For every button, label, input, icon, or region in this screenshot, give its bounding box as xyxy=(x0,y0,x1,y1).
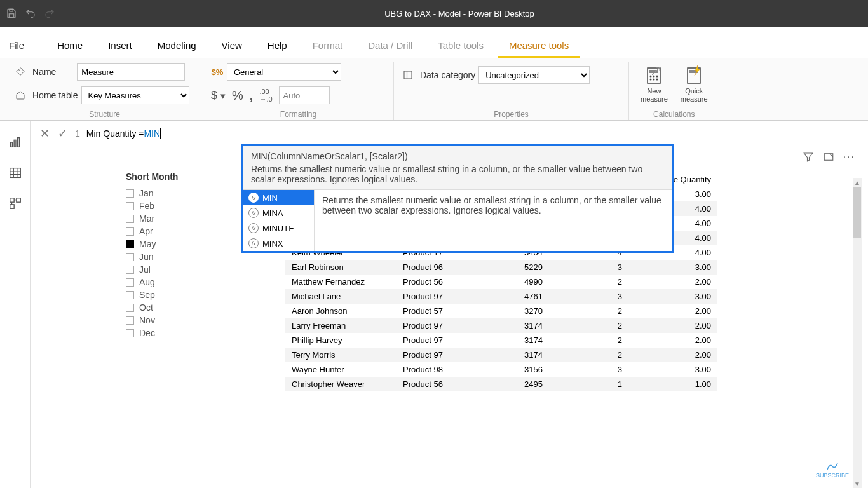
table-row[interactable]: Larry FreemanProduct 97317422.00 xyxy=(285,318,717,333)
table-row[interactable]: Christopher WeaverProduct 56249511.00 xyxy=(285,377,717,391)
scroll-thumb[interactable] xyxy=(853,187,861,238)
table-row[interactable]: Matthew FernandezProduct 56499022.00 xyxy=(285,274,717,289)
cancel-formula-button[interactable]: ✕ xyxy=(36,125,53,142)
redo-icon[interactable] xyxy=(43,7,56,20)
svg-rect-1 xyxy=(9,14,14,17)
svg-rect-18 xyxy=(10,198,13,202)
table-cell: 2.00 xyxy=(628,333,717,348)
table-row[interactable]: Aaron JohnsonProduct 57327022.00 xyxy=(285,304,717,318)
table-cell: 3156 xyxy=(485,362,549,377)
slicer-item-nov[interactable]: Nov xyxy=(126,314,221,327)
intellisense-item-minute[interactable]: fxMINUTE xyxy=(243,220,314,236)
checkbox-icon xyxy=(126,189,134,198)
intellisense-item-min[interactable]: fxMIN xyxy=(243,190,314,205)
table-cell: 2495 xyxy=(485,377,549,391)
menu-data-drill[interactable]: Data / Drill xyxy=(356,35,424,58)
home-table-label: Home table xyxy=(32,90,78,100)
slicer-item-apr[interactable]: Apr xyxy=(126,225,221,238)
scroll-down-arrow[interactable]: ▼ xyxy=(853,479,862,488)
table-row[interactable]: Phillip HarveyProduct 97317422.00 xyxy=(285,333,717,348)
intellisense-description: Returns the smallest numeric value or sm… xyxy=(315,190,672,251)
home-icon xyxy=(14,89,27,102)
scroll-up-arrow[interactable]: ▲ xyxy=(853,178,862,187)
data-category-select[interactable]: Uncategorized xyxy=(478,66,590,84)
slicer-item-aug[interactable]: Aug xyxy=(126,276,221,288)
svg-rect-16 xyxy=(17,138,19,147)
category-icon xyxy=(402,69,414,81)
slicer-item-mar[interactable]: Mar xyxy=(126,212,221,225)
slicer-item-feb[interactable]: Feb xyxy=(126,200,221,212)
model-view-tab[interactable] xyxy=(0,188,30,219)
slicer-item-jul[interactable]: Jul xyxy=(126,263,221,276)
undo-icon[interactable] xyxy=(24,7,37,20)
checkbox-icon xyxy=(126,253,134,261)
slicer-item-jun[interactable]: Jun xyxy=(126,250,221,263)
checkbox-icon xyxy=(126,266,134,274)
formula-bar[interactable]: ✕ ✓ 1 Min Quantity = MIN xyxy=(31,121,868,146)
menu-home[interactable]: Home xyxy=(46,35,94,58)
menu-table-tools[interactable]: Table tools xyxy=(426,35,495,58)
structure-group-label: Structure xyxy=(6,110,203,119)
table-cell: Aaron Johnson xyxy=(285,304,397,318)
table-cell: Product 57 xyxy=(397,304,485,318)
table-cell: 4990 xyxy=(485,274,549,289)
slicer-item-may[interactable]: May xyxy=(126,238,221,250)
table-cell: 3 xyxy=(549,289,628,304)
table-cell: Christopher Weaver xyxy=(285,377,397,391)
table-row[interactable]: Michael LaneProduct 97476133.00 xyxy=(285,289,717,304)
function-icon: fx xyxy=(248,193,259,203)
intellisense-popup: MIN(ColumnNameOrScalar1, [Scalar2]) Retu… xyxy=(241,144,674,253)
svg-rect-19 xyxy=(16,198,20,202)
menu-file[interactable]: File xyxy=(6,35,43,58)
currency-button[interactable]: $ ▾ xyxy=(211,89,226,102)
menu-modeling[interactable]: Modeling xyxy=(146,35,208,58)
slicer-item-oct[interactable]: Oct xyxy=(126,301,221,314)
function-icon: fx xyxy=(248,208,259,218)
format-select[interactable]: General xyxy=(227,63,341,81)
table-row[interactable]: Earl RobinsonProduct 96522933.00 xyxy=(285,260,717,274)
menu-measure-tools[interactable]: Measure tools xyxy=(498,35,580,58)
quick-measure-button[interactable]: Quick measure xyxy=(677,64,712,105)
slicer-item-jan[interactable]: Jan xyxy=(126,187,221,200)
table-cell: 3174 xyxy=(485,333,549,348)
menu-format[interactable]: Format xyxy=(301,35,355,58)
table-cell: 2 xyxy=(549,318,628,333)
svg-rect-15 xyxy=(14,140,16,147)
formatting-group-label: Formatting xyxy=(203,110,393,119)
comma-button[interactable]: , xyxy=(250,88,254,103)
menu-help[interactable]: Help xyxy=(256,35,299,58)
table-cell: Product 97 xyxy=(397,289,485,304)
table-row[interactable]: Wayne HunterProduct 98315633.00 xyxy=(285,362,717,377)
table-cell: 2.00 xyxy=(628,274,717,289)
table-cell: Matthew Fernandez xyxy=(285,274,397,289)
properties-group-label: Properties xyxy=(394,110,628,119)
menu-insert[interactable]: Insert xyxy=(97,35,144,58)
checkbox-icon xyxy=(126,304,134,312)
menu-view[interactable]: View xyxy=(210,35,254,58)
intellisense-item-minx[interactable]: fxMINX xyxy=(243,236,314,251)
home-table-select[interactable]: Key Measures xyxy=(81,86,189,104)
slicer-item-sep[interactable]: Sep xyxy=(126,288,221,301)
svg-point-2 xyxy=(18,69,19,71)
new-measure-button[interactable]: New measure xyxy=(637,64,672,105)
vertical-scrollbar[interactable]: ▲ ▼ xyxy=(853,178,862,488)
svg-point-10 xyxy=(653,79,655,81)
commit-formula-button[interactable]: ✓ xyxy=(53,125,71,142)
table-row[interactable]: Terry MorrisProduct 97317422.00 xyxy=(285,348,717,362)
table-cell: Product 97 xyxy=(397,318,485,333)
decimal-places-input[interactable] xyxy=(279,86,330,104)
tag-icon xyxy=(14,65,27,78)
table-cell: Terry Morris xyxy=(285,348,397,362)
data-view-tab[interactable] xyxy=(0,158,30,188)
intellisense-item-mina[interactable]: fxMINA xyxy=(243,205,314,220)
measure-name-input[interactable] xyxy=(77,63,185,81)
save-icon[interactable] xyxy=(5,7,18,20)
table-cell: 4761 xyxy=(485,289,549,304)
formula-text[interactable]: 1 Min Quantity = MIN xyxy=(71,126,863,141)
report-view-tab[interactable] xyxy=(0,127,30,158)
percent-button[interactable]: % xyxy=(232,88,243,103)
table-cell: Wayne Hunter xyxy=(285,362,397,377)
decimal-button[interactable]: .00→.0 xyxy=(259,88,272,103)
slicer-item-dec[interactable]: Dec xyxy=(126,327,221,339)
slicer-title: Short Month xyxy=(126,172,221,182)
